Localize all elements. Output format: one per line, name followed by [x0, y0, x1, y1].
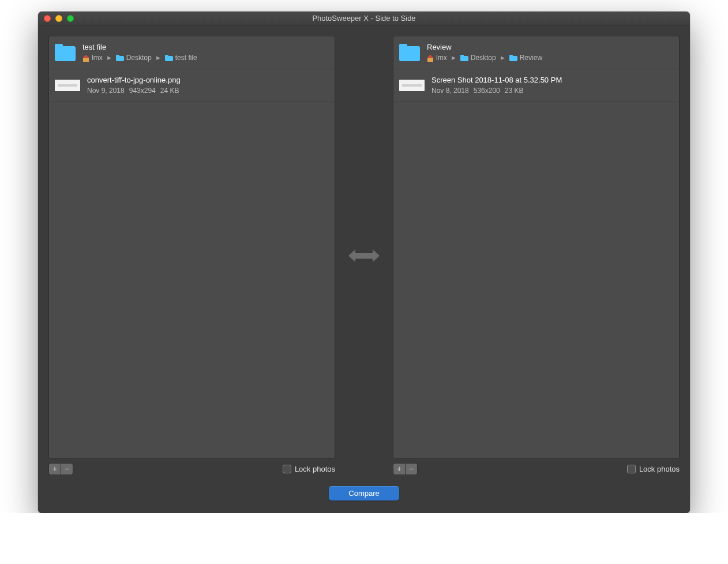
- right-toolbar: + − Lock photos: [393, 458, 680, 476]
- remove-button[interactable]: −: [61, 463, 73, 475]
- right-empty-area[interactable]: [393, 102, 679, 458]
- right-folder-row[interactable]: Review lmx ▶ Desktop ▶ Review: [393, 36, 679, 69]
- home-icon: [82, 55, 89, 62]
- right-breadcrumb: lmx ▶ Desktop ▶ Review: [427, 53, 542, 63]
- left-item-size: 24 KB: [160, 86, 179, 96]
- left-item-row[interactable]: convert-tiff-to-jpg-online.png Nov 9, 20…: [49, 69, 335, 102]
- home-icon: [427, 55, 434, 62]
- right-item-dimensions: 536x200: [474, 86, 500, 96]
- right-item-size: 23 KB: [505, 86, 524, 96]
- right-lock-label: Lock photos: [639, 465, 680, 473]
- left-item-date: Nov 9, 2018: [87, 86, 125, 96]
- crumb-segment: lmx: [92, 53, 103, 63]
- app-window: PhotoSweeper X - Side to Side test file …: [38, 12, 690, 513]
- close-window-button[interactable]: [44, 15, 51, 22]
- crumb-segment: lmx: [436, 53, 447, 63]
- left-folder-name: test file: [82, 42, 197, 53]
- folder-icon: [116, 55, 124, 61]
- add-button[interactable]: +: [393, 463, 406, 475]
- window-body: test file lmx ▶ Desktop ▶ test file: [38, 25, 690, 513]
- left-pane: test file lmx ▶ Desktop ▶ test file: [48, 36, 335, 476]
- left-toolbar: + − Lock photos: [48, 458, 335, 476]
- right-pane: Review lmx ▶ Desktop ▶ Review: [393, 36, 680, 476]
- left-folder-row[interactable]: test file lmx ▶ Desktop ▶ test file: [49, 36, 335, 69]
- left-empty-area[interactable]: [49, 102, 335, 458]
- left-item-name: convert-tiff-to-jpg-online.png: [87, 75, 181, 86]
- left-list[interactable]: test file lmx ▶ Desktop ▶ test file: [48, 36, 335, 458]
- left-breadcrumb: lmx ▶ Desktop ▶ test file: [82, 53, 197, 63]
- zoom-window-button[interactable]: [67, 15, 74, 22]
- remove-button[interactable]: −: [405, 463, 418, 475]
- right-list[interactable]: Review lmx ▶ Desktop ▶ Review: [393, 36, 680, 458]
- chevron-right-icon: ▶: [156, 54, 160, 62]
- compare-button[interactable]: Compare: [329, 486, 399, 500]
- right-lock-checkbox[interactable]: Lock photos: [627, 465, 680, 473]
- folder-icon: [55, 44, 76, 61]
- thumbnail: [399, 80, 425, 91]
- left-lock-checkbox[interactable]: Lock photos: [283, 465, 335, 473]
- thumbnail: [55, 80, 80, 91]
- crumb-segment: Desktop: [471, 53, 496, 63]
- right-item-date: Nov 8, 2018: [431, 86, 469, 96]
- crumb-segment: test file: [175, 53, 197, 63]
- left-item-dimensions: 943x294: [129, 86, 156, 96]
- left-lock-label: Lock photos: [295, 465, 335, 473]
- chevron-right-icon: ▶: [501, 54, 505, 62]
- crumb-segment: Review: [520, 53, 542, 63]
- folder-icon: [399, 44, 420, 61]
- checkbox-icon[interactable]: [283, 465, 291, 473]
- window-controls: [38, 15, 74, 22]
- right-item-name: Screen Shot 2018-11-08 at 5.32.50 PM: [431, 75, 562, 86]
- add-button[interactable]: +: [48, 463, 61, 475]
- right-item-row[interactable]: Screen Shot 2018-11-08 at 5.32.50 PM Nov…: [393, 69, 679, 102]
- chevron-right-icon: ▶: [107, 54, 111, 62]
- swap-area: [335, 36, 393, 476]
- window-title: PhotoSweeper X - Side to Side: [38, 14, 690, 23]
- right-folder-name: Review: [427, 42, 542, 53]
- chevron-right-icon: ▶: [452, 54, 456, 62]
- folder-icon: [509, 55, 517, 61]
- titlebar[interactable]: PhotoSweeper X - Side to Side: [38, 12, 690, 25]
- checkbox-icon[interactable]: [627, 465, 636, 473]
- folder-icon: [165, 55, 173, 61]
- minimize-window-button[interactable]: [55, 15, 62, 22]
- footer: Compare: [48, 476, 680, 513]
- crumb-segment: Desktop: [126, 53, 152, 63]
- swap-horizontal-icon: [347, 248, 381, 264]
- folder-icon: [460, 55, 468, 61]
